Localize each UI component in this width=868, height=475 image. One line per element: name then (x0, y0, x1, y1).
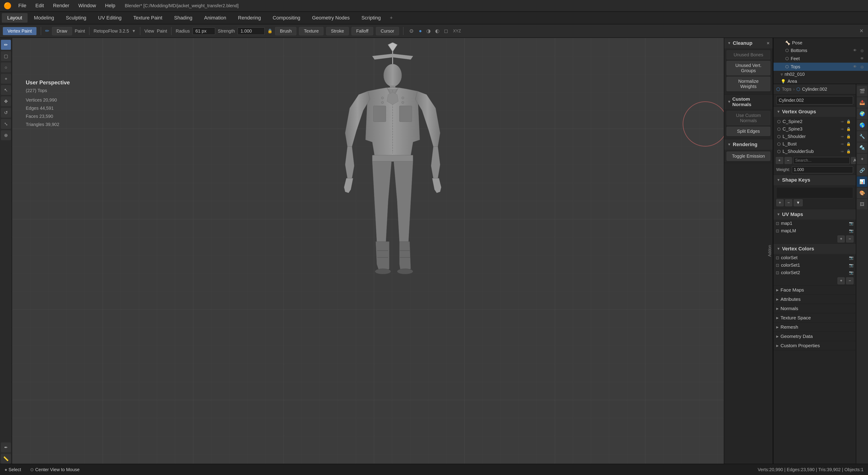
props-tab-material[interactable]: 🎨 (857, 188, 867, 198)
tool-move[interactable]: ✥ (1, 96, 11, 106)
tool-select-lasso[interactable]: ⌖ (1, 74, 11, 84)
props-tab-texture[interactable]: 🖼 (857, 199, 867, 209)
tab-sculpting[interactable]: Sculpting (60, 13, 92, 23)
menu-help[interactable]: Help (101, 1, 119, 10)
brush-selector[interactable]: Brush (275, 27, 296, 35)
viewport-shading-solid[interactable]: ● (418, 28, 423, 34)
remesh-section[interactable]: ▶ Remesh (774, 323, 856, 332)
vg-item-l-shoulder[interactable]: ⬡ L_Shoulder ⇒ 🔒 (775, 133, 854, 140)
vg-visibility-btn[interactable]: ⇒ (839, 126, 845, 131)
vg-visibility-btn[interactable]: ⇒ (839, 119, 845, 124)
tool-vertex-paint[interactable]: ✏ (1, 40, 11, 50)
vc-item-colorset1[interactable]: ⊡ colorSet1 📷 (774, 262, 856, 269)
uv-add-btn[interactable]: + (837, 235, 845, 242)
uv-maps-header[interactable]: ▼ UV Maps (774, 209, 856, 219)
vc-camera-icon-3[interactable]: 📷 (849, 270, 854, 275)
outliner-visibility-btn[interactable]: 👁 (852, 47, 858, 54)
chevron-down-icon[interactable]: ▼ (132, 29, 136, 33)
tool-measure[interactable]: 📏 (1, 454, 11, 464)
tool-transform[interactable]: ⊕ (1, 130, 11, 140)
viewport-shading-material[interactable]: ◑ (426, 28, 432, 34)
geometry-data-section[interactable]: ▶ Geometry Data (774, 332, 856, 341)
overlay-btn[interactable]: ⊙ (408, 28, 415, 34)
viewport-shading-render[interactable]: ◐ (434, 28, 440, 34)
face-maps-section[interactable]: ▶ Face Maps (774, 286, 856, 295)
tab-layout[interactable]: Layout (2, 13, 28, 23)
vg-item-l-shouldersub[interactable]: ⬡ L_ShoulderSub ⇒ 🔒 (775, 148, 854, 155)
outliner-item-pose[interactable]: 🦴 Pose (774, 39, 868, 47)
props-tab-constraints[interactable]: 🔗 (857, 165, 867, 176)
attributes-section[interactable]: ▶ Attributes (774, 295, 856, 304)
vc-camera-icon[interactable]: 📷 (849, 256, 854, 260)
vg-lock-btn[interactable]: 🔒 (845, 149, 852, 154)
custom-normals-header[interactable]: ▼ Custom Normals (724, 94, 773, 109)
shape-keys-list[interactable] (776, 187, 853, 198)
props-tab-particles[interactable]: ✦ (857, 154, 867, 164)
texture-selector[interactable]: Texture (299, 27, 323, 35)
vc-camera-icon-2[interactable]: 📷 (849, 263, 854, 267)
texture-space-section[interactable]: ▶ Texture Space (774, 313, 856, 323)
normalize-weights-btn[interactable]: Normalize Weights (726, 77, 770, 91)
tool-rotate[interactable]: ↺ (1, 108, 11, 118)
tool-cursor[interactable]: ↖ (1, 85, 11, 95)
gizmo-xyz[interactable]: XYZ (452, 29, 462, 33)
tab-modeling[interactable]: Modeling (29, 13, 59, 23)
props-tab-scene[interactable]: 🌍 (857, 109, 867, 119)
outliner-item-nh02-2[interactable]: ▿ nh02_010 (774, 71, 868, 78)
props-tab-modifier[interactable]: 🔩 (857, 143, 867, 153)
sk-add-btn[interactable]: + (776, 199, 784, 206)
props-tab-output[interactable]: 📤 (857, 97, 867, 108)
tool-annotate[interactable]: ✒ (1, 442, 11, 452)
uv-item-maplm[interactable]: ⊡ mapLM 📷 (774, 227, 856, 235)
radius-input[interactable] (193, 27, 215, 35)
vg-item-l-bust[interactable]: ⬡ L_Bust ⇒ 🔒 (775, 140, 854, 148)
tab-scripting[interactable]: Scripting (356, 13, 386, 23)
uv-remove-btn[interactable]: − (846, 235, 854, 242)
vg-lock-btn[interactable]: 🔒 (845, 141, 852, 147)
tab-geometry-nodes[interactable]: Geometry Nodes (307, 13, 355, 23)
outliner-item-tops[interactable]: ⬡ Tops 👁 ◎ (774, 63, 868, 71)
tab-uv-editing[interactable]: UV Editing (93, 13, 127, 23)
outliner-item-bottoms[interactable]: ⬡ Bottoms 👁 ◎ (774, 47, 868, 55)
vg-search-input[interactable] (793, 157, 850, 164)
props-tab-render[interactable]: 🎬 (857, 86, 867, 96)
tab-shading[interactable]: Shading (168, 13, 198, 23)
split-edges-btn[interactable]: Split Edges (726, 127, 770, 136)
strength-input[interactable] (238, 27, 265, 35)
rendering-header[interactable]: ▼ Rendering (724, 139, 773, 150)
vc-remove-btn[interactable]: − (846, 277, 854, 284)
props-tab-object[interactable]: 🔧 (857, 131, 867, 142)
unused-vert-groups-btn[interactable]: Unused Vert. Groups (726, 61, 770, 75)
outliner-render-btn[interactable]: ◎ (859, 47, 865, 54)
vertex-groups-header[interactable]: ▼ Vertex Groups (774, 107, 856, 117)
mode-selector[interactable]: Vertex Paint (3, 27, 37, 35)
cursor-selector[interactable]: Cursor (376, 27, 399, 35)
add-editor-icon[interactable]: + (387, 15, 396, 21)
vg-sort-az-btn[interactable]: AZ (851, 157, 856, 164)
vg-visibility-btn[interactable]: ⇒ (839, 149, 845, 154)
vertex-colors-header[interactable]: ▼ Vertex Colors (774, 244, 856, 254)
outliner-visibility-btn[interactable]: 👁 (852, 64, 858, 70)
mesh-name-input[interactable] (776, 96, 853, 105)
outliner-render-btn[interactable]: ◎ (859, 64, 865, 70)
unused-bones-btn[interactable]: Unused Bones (726, 50, 770, 59)
vg-visibility-btn[interactable]: ⇒ (839, 141, 845, 147)
outliner-visibility-btn[interactable]: 👁 (859, 55, 865, 62)
menu-render[interactable]: Render (49, 1, 73, 10)
uv-camera-icon[interactable]: 📷 (849, 221, 854, 226)
cleanup-close-icon[interactable]: ✕ (767, 41, 770, 46)
falloff-selector[interactable]: Falloff (351, 27, 373, 35)
draw-button[interactable]: Draw (52, 27, 72, 35)
close-x-btn[interactable]: ✕ (858, 28, 865, 34)
vg-lock-btn[interactable]: 🔒 (845, 134, 852, 139)
cleanup-header[interactable]: ▼ Cleanup ✕ (724, 38, 773, 49)
vg-add-btn[interactable]: + (776, 157, 783, 164)
custom-properties-section[interactable]: ▶ Custom Properties (774, 341, 856, 350)
toggle-emission-btn[interactable]: Toggle Emission (726, 152, 770, 161)
vg-lock-btn[interactable]: 🔒 (845, 126, 852, 131)
tab-animation[interactable]: Animation (199, 13, 232, 23)
vg-item-c-spine2[interactable]: ⬡ C_Spine2 ⇒ 🔒 (775, 118, 854, 125)
outliner-item-area[interactable]: 💡 Area (774, 78, 868, 84)
outliner-item-feet[interactable]: ⬡ Feet 👁 (774, 55, 868, 63)
props-tab-world[interactable]: 🌎 (857, 120, 867, 130)
